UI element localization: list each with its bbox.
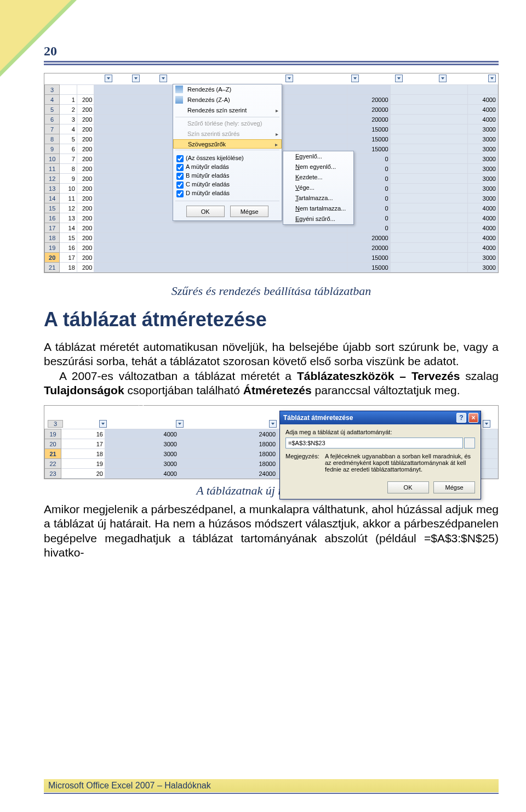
cell[interactable]	[94, 253, 347, 263]
cell[interactable]: 200	[77, 95, 94, 105]
cell[interactable]: 18	[60, 263, 77, 272]
cell[interactable]	[390, 174, 468, 184]
filter-dropdown-icon[interactable]	[176, 420, 184, 428]
cell[interactable]	[390, 233, 468, 243]
cell[interactable]: 4000	[468, 223, 498, 233]
checkbox[interactable]	[176, 181, 184, 189]
submenu-item[interactable]: Kezdete...	[283, 172, 353, 183]
cell[interactable]: 4000	[105, 469, 179, 479]
row-header[interactable]: 10	[45, 154, 60, 164]
cell[interactable]	[390, 85, 468, 95]
checkbox[interactable]	[176, 190, 184, 197]
cell[interactable]: 200	[77, 263, 94, 272]
cell[interactable]	[390, 213, 468, 223]
row-header[interactable]: 22	[45, 459, 61, 469]
cell[interactable]: 4000	[468, 95, 498, 105]
cell[interactable]	[60, 85, 77, 95]
cell[interactable]	[390, 124, 468, 134]
cell[interactable]: 8	[60, 164, 77, 174]
cell[interactable]: 15000	[347, 263, 391, 272]
cell[interactable]: 16	[60, 243, 77, 253]
row-header[interactable]: 4	[45, 95, 60, 105]
cell[interactable]: 3000	[105, 459, 179, 469]
menu-sort-asc[interactable]: Rendezés (A–Z)	[173, 84, 282, 95]
row-header[interactable]: 11	[45, 164, 60, 174]
cell[interactable]	[390, 144, 468, 154]
close-icon[interactable]: ×	[468, 413, 478, 423]
menu-sort-by-color[interactable]: Rendezés szín szerint	[173, 105, 282, 116]
cell[interactable]: 200	[77, 253, 94, 263]
cell[interactable]: 4000	[468, 233, 498, 243]
filter-dropdown-icon[interactable]	[488, 75, 496, 82]
cell[interactable]: 3000	[105, 449, 179, 459]
checkbox[interactable]	[176, 155, 184, 162]
filter-dropdown-icon[interactable]	[395, 75, 403, 82]
cell[interactable]: 200	[77, 233, 94, 243]
menu-text-filters[interactable]: Szövegszűrők	[173, 139, 282, 149]
submenu-item[interactable]: Egyenlő...	[283, 151, 353, 162]
cell[interactable]: 200	[77, 174, 94, 184]
ok-button[interactable]: OK	[387, 481, 429, 493]
filter-check-item[interactable]: B mütyűr eladás	[176, 171, 278, 180]
ok-button[interactable]: OK	[186, 206, 225, 217]
submenu-item[interactable]: Egyéni szűrő...	[283, 214, 353, 224]
cell[interactable]	[390, 115, 468, 124]
cell[interactable]: 200	[77, 184, 94, 194]
cell[interactable]	[390, 263, 468, 272]
cell[interactable]: 17	[61, 439, 105, 449]
row-header[interactable]: 21	[45, 449, 61, 459]
cell[interactable]: 15000	[347, 253, 391, 263]
cell[interactable]: 3000	[468, 164, 498, 174]
cell[interactable]: 19	[61, 459, 105, 469]
cell[interactable]: 4000	[468, 243, 498, 253]
row-header[interactable]: 3	[45, 85, 60, 95]
cell[interactable]: 200	[77, 203, 94, 213]
cell[interactable]: 4000	[468, 213, 498, 223]
range-input[interactable]	[285, 438, 463, 448]
row-header[interactable]: 19	[45, 243, 60, 253]
cell[interactable]	[390, 164, 468, 174]
cell[interactable]: 20000	[347, 115, 391, 124]
cell[interactable]: 3	[60, 115, 77, 124]
row-header[interactable]: 9	[45, 144, 60, 154]
cell[interactable]	[390, 134, 468, 144]
row-header[interactable]: 12	[45, 174, 60, 184]
cell[interactable]: 24000	[179, 429, 278, 439]
cell[interactable]: 200	[77, 243, 94, 253]
collapse-dialog-icon[interactable]	[464, 438, 475, 448]
cell[interactable]: 4000	[105, 429, 179, 439]
cell[interactable]	[94, 243, 347, 253]
cell[interactable]: 3000	[468, 144, 498, 154]
filter-check-item[interactable]: C mütyűr eladás	[176, 180, 278, 189]
cell[interactable]: 18000	[179, 449, 278, 459]
cell[interactable]: 200	[77, 105, 94, 115]
cell[interactable]: 15	[60, 233, 77, 243]
cell[interactable]: 13	[60, 213, 77, 223]
row-header[interactable]: 19	[45, 429, 61, 439]
cell[interactable]: 200	[77, 194, 94, 203]
row-header[interactable]: 7	[45, 124, 60, 134]
cell[interactable]: 20000	[347, 243, 391, 253]
cell[interactable]: 200	[77, 223, 94, 233]
cell[interactable]: 11	[60, 194, 77, 203]
cell[interactable]: 200	[77, 164, 94, 174]
filter-dropdown-icon[interactable]	[439, 75, 447, 82]
filter-dropdown-icon[interactable]	[99, 420, 107, 428]
cell[interactable]: 4000	[468, 115, 498, 124]
cell[interactable]: 5	[60, 134, 77, 144]
cell[interactable]: 15000	[347, 134, 391, 144]
menu-sort-desc[interactable]: Rendezés (Z-A)	[173, 95, 282, 105]
dialog-titlebar[interactable]: Táblázat átméretezése ? ×	[280, 411, 481, 424]
cell[interactable]: 9	[60, 174, 77, 184]
submenu-item[interactable]: Tartalmazza...	[283, 193, 353, 203]
row-header[interactable]: 20	[45, 439, 61, 449]
cell[interactable]: 3000	[468, 253, 498, 263]
row-header[interactable]: 8	[45, 134, 60, 144]
submenu-item[interactable]: Nem tartalmazza...	[283, 203, 353, 214]
cell[interactable]: 3000	[468, 263, 498, 272]
cell[interactable]: 3000	[468, 174, 498, 184]
cell[interactable]	[390, 105, 468, 115]
cancel-button[interactable]: Mégse	[230, 206, 268, 217]
cell[interactable]: 200	[77, 213, 94, 223]
cell[interactable]: 3000	[468, 124, 498, 134]
